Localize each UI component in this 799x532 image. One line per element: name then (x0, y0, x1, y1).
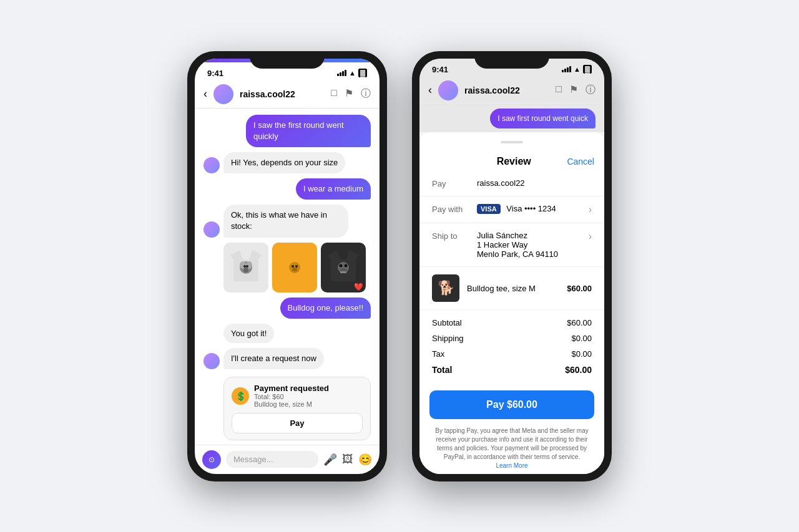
payment-icon: 💲 (232, 387, 249, 405)
notch (250, 51, 325, 69)
pay-recipient: raissa.cool22 (477, 178, 592, 188)
svg-point-8 (246, 265, 248, 268)
payment-item: Bulldog tee, size M (254, 400, 329, 408)
svg-marker-1 (230, 250, 243, 259)
nav-bar-1: ‹ raissa.cool22 □ ⚑ ⓘ (195, 80, 380, 109)
nav-avatar-1 (213, 84, 233, 104)
bubble-received-2: Ok, this is what we have in stock: (223, 205, 348, 237)
bg-message-sent: I saw first round went quick (428, 109, 596, 129)
wifi-icon: ▲ (349, 69, 356, 77)
message-sent-1: I saw the first round went quickly (203, 115, 371, 147)
video-icon-2[interactable]: □ (556, 84, 562, 97)
camera-button[interactable]: ⊙ (202, 450, 221, 469)
svg-marker-17 (328, 250, 340, 259)
phone-2: 9:41 ▲ ▓ ‹ raissa.cool22 (412, 51, 612, 481)
svg-point-4 (240, 261, 246, 269)
message-received-2: Ok, this is what we have in stock: (203, 205, 371, 237)
pay-button-message[interactable]: Pay (232, 413, 363, 433)
message-sent-3: Bulldog one, please!! (203, 297, 371, 319)
status-time-1: 9:41 (207, 69, 223, 78)
payment-card-header: 💲 Payment requested Total: $60 Bulldog t… (232, 384, 363, 408)
shipping-value: $0.00 (571, 334, 592, 343)
ship-to-label: Ship to (432, 231, 469, 241)
nav-avatar-2 (438, 80, 458, 100)
total-row: Total $60.00 (432, 362, 592, 378)
payment-total: Total: $60 (254, 393, 329, 400)
status-icons-1: ▲ ▓ (337, 69, 367, 77)
ship-city: Menlo Park, CA 94110 (477, 249, 581, 259)
emoji-icon[interactable]: 😊 (358, 453, 372, 467)
review-product-row: 🐕 Bulldog tee, size M $60.00 (419, 267, 604, 310)
product-thumbnail: 🐕 (432, 274, 459, 302)
flag-icon[interactable]: ⚑ (345, 87, 353, 100)
svg-point-20 (340, 264, 343, 267)
svg-point-6 (243, 268, 248, 273)
review-ship-row[interactable]: Ship to Julia Sánchez 1 Hacker Way Menlo… (419, 223, 604, 267)
ship-chevron: › (589, 231, 592, 242)
dog-tshirt-2 (279, 250, 310, 285)
camera-icon: ⊙ (208, 455, 215, 464)
bubble-received-1: Hi! Yes, depends on your size (223, 152, 345, 173)
legal-body: By tapping Pay, you agree that Meta and … (435, 427, 589, 460)
shipping-row: Shipping $0.00 (432, 331, 592, 346)
you-got-it-bubble: You got it! (223, 324, 274, 343)
review-product-price: $60.00 (567, 284, 592, 293)
product-card-3[interactable]: ❤️ (321, 243, 366, 293)
info-icon-2[interactable]: ⓘ (586, 84, 596, 97)
pay-button-review[interactable]: Pay $60.00 (429, 390, 594, 419)
bubble-sent-2: I wear a medium (296, 178, 371, 200)
payment-card: 💲 Payment requested Total: $60 Bulldog t… (223, 377, 371, 440)
message-placeholder: Message... (233, 455, 273, 464)
svg-point-15 (292, 268, 297, 271)
phone-2-screen: 9:41 ▲ ▓ ‹ raissa.cool22 (419, 59, 604, 474)
learn-more-link[interactable]: Learn More (496, 462, 527, 469)
shipping-label: Shipping (432, 334, 464, 343)
legal-text: By tapping Pay, you agree that Meta and … (419, 427, 604, 473)
message-sent-2: I wear a medium (203, 178, 371, 200)
dog-tshirt-1 (230, 250, 262, 285)
subtotal-label: Subtotal (432, 318, 462, 327)
message-input[interactable]: Message... (226, 451, 318, 468)
product-cards: ❤️ (223, 243, 371, 293)
pay-with-label: Pay with (432, 204, 469, 214)
svg-point-7 (243, 265, 246, 268)
cancel-button[interactable]: Cancel (567, 157, 594, 167)
pay-with-value: VISA Visa •••• 1234 (477, 204, 581, 214)
signal-icon (337, 70, 346, 76)
back-button-1[interactable]: ‹ (203, 87, 207, 100)
review-pay-with-row[interactable]: Pay with VISA Visa •••• 1234 › (419, 196, 604, 223)
battery-icon: ▓ (358, 69, 367, 77)
total-label: Total (432, 365, 452, 375)
ship-address: 1 Hacker Way (477, 240, 581, 249)
background-messages: I saw first round went quick (419, 105, 604, 133)
svg-marker-18 (346, 250, 359, 259)
svg-point-13 (292, 265, 294, 268)
pay-with-chevron: › (589, 204, 592, 215)
status-time-2: 9:41 (432, 65, 448, 74)
review-sheet: Review Cancel Pay raissa.cool22 Pay with… (419, 132, 604, 473)
review-header: Review Cancel (419, 150, 604, 171)
notch-2 (474, 51, 549, 69)
svg-marker-2 (249, 250, 262, 259)
tax-value: $0.00 (571, 349, 592, 359)
payment-title: Payment requested (254, 384, 329, 393)
nav-action-icons-1: □ ⚑ ⓘ (331, 87, 371, 100)
info-icon[interactable]: ⓘ (361, 87, 371, 100)
product-card-1[interactable] (223, 243, 268, 293)
msg-avatar-3 (203, 353, 220, 369)
video-icon[interactable]: □ (331, 87, 337, 100)
subtotal-value: $60.00 (567, 318, 592, 327)
mic-icon[interactable]: 🎤 (323, 453, 337, 467)
product-card-2[interactable] (272, 243, 317, 293)
flag-icon-2[interactable]: ⚑ (569, 84, 578, 97)
visa-badge: VISA (477, 204, 501, 214)
heart-badge: ❤️ (354, 283, 363, 291)
back-button-2[interactable]: ‹ (428, 84, 432, 97)
sticker-icon[interactable]: 🖼 (342, 453, 353, 467)
svg-marker-11 (298, 250, 310, 259)
nav-username-1: raissa.cool22 (240, 89, 325, 99)
msg-avatar-2 (203, 221, 220, 238)
bubble-sent-3: Bulldog one, please!! (280, 297, 371, 319)
nav-username-2: raissa.cool22 (464, 85, 549, 95)
drag-handle (501, 141, 523, 143)
